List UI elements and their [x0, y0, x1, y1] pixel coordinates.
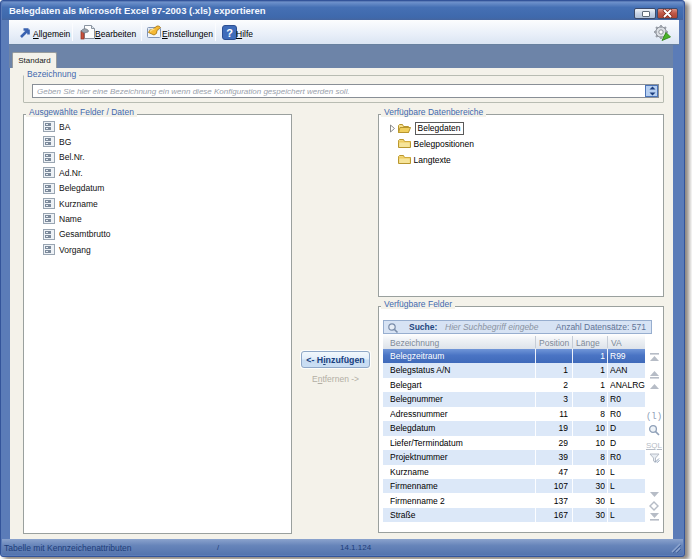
- svg-text:?: ?: [226, 27, 233, 39]
